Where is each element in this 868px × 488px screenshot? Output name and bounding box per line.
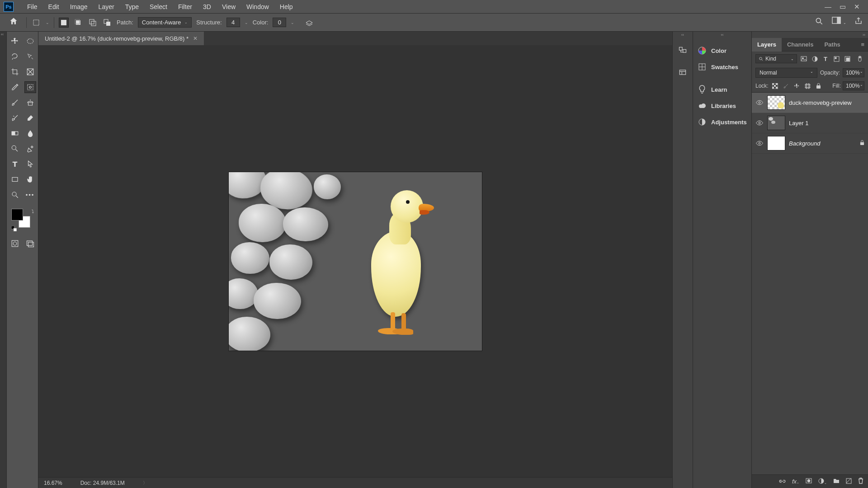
menu-layer[interactable]: Layer (93, 0, 120, 13)
libraries-panel-button[interactable]: Libraries (693, 98, 751, 114)
adjustment-layer-icon[interactable]: ⌄ (818, 478, 827, 485)
layer-thumbnail[interactable] (767, 136, 785, 150)
zoom-level[interactable]: 16.67% (44, 480, 62, 486)
home-button[interactable] (5, 15, 22, 30)
quick-mask-icon[interactable] (9, 238, 21, 249)
lock-artboard-icon[interactable] (804, 82, 812, 90)
adjustments-panel-button[interactable]: Adjustments (693, 114, 751, 130)
filter-kind-dropdown[interactable]: Kind⌄ (755, 54, 797, 63)
tab-layers[interactable]: Layers (752, 38, 782, 52)
filter-type-icon[interactable]: T (821, 55, 830, 63)
tab-channels[interactable]: Channels (782, 38, 819, 52)
color-chevron-icon[interactable]: ⌄ (291, 20, 294, 25)
frame-tool[interactable] (24, 66, 36, 78)
clone-stamp-tool[interactable] (24, 97, 36, 108)
source-mode-icon[interactable] (59, 18, 69, 28)
status-menu-icon[interactable]: 〉 (143, 480, 147, 486)
new-layer-icon[interactable] (846, 478, 852, 485)
edit-toolbar[interactable]: ••• (24, 189, 36, 201)
brush-tool[interactable] (9, 97, 21, 108)
menu-image[interactable]: Image (65, 0, 93, 13)
visibility-toggle[interactable] (755, 99, 764, 107)
filter-shape-icon[interactable] (832, 55, 840, 63)
patch-tool-icon[interactable] (31, 18, 41, 28)
lasso-tool[interactable] (9, 51, 21, 62)
layer-row[interactable]: Background (752, 133, 868, 154)
fill-input[interactable]: 100%⌄ (843, 81, 864, 90)
menu-3d[interactable]: 3D (198, 0, 217, 13)
eyedropper-tool[interactable] (9, 81, 21, 93)
tab-paths[interactable]: Paths (819, 38, 845, 52)
delete-layer-icon[interactable] (858, 478, 863, 485)
menu-help[interactable]: Help (274, 0, 298, 13)
menu-view[interactable]: View (217, 0, 241, 13)
maximize-icon[interactable]: ▭ (840, 3, 846, 11)
blur-tool[interactable] (24, 127, 36, 139)
patch-tool[interactable] (24, 81, 36, 93)
patch-mode-dropdown[interactable]: Content-Aware⌄ (138, 17, 192, 28)
layer-name[interactable]: Layer 1 (789, 120, 808, 127)
visibility-toggle[interactable] (755, 139, 764, 147)
menu-filter[interactable]: Filter (173, 0, 198, 13)
marquee-tool[interactable] (24, 35, 36, 47)
structure-chevron-icon[interactable]: ⌄ (245, 20, 248, 25)
menu-type[interactable]: Type (120, 0, 144, 13)
layer-thumbnail[interactable] (767, 95, 785, 110)
lock-all-icon[interactable] (815, 82, 823, 90)
eraser-tool[interactable] (24, 112, 36, 124)
quick-select-tool[interactable] (24, 51, 36, 62)
tool-preset-chevron-icon[interactable]: ⌄ (46, 20, 49, 25)
blend-mode-dropdown[interactable]: Normal⌄ (755, 68, 817, 78)
close-tab-icon[interactable]: ✕ (193, 35, 198, 42)
properties-dock-icon[interactable] (676, 67, 689, 78)
crop-tool[interactable] (9, 66, 21, 78)
layer-row[interactable]: Layer 1 (752, 113, 868, 133)
visibility-toggle[interactable] (755, 119, 764, 127)
screen-mode-tool-icon[interactable] (24, 238, 36, 249)
lock-pixels-icon[interactable] (782, 82, 790, 90)
menu-file[interactable]: File (22, 0, 43, 13)
filter-adjust-icon[interactable] (811, 55, 819, 63)
menu-edit[interactable]: Edit (43, 0, 65, 13)
expand-layers-icon[interactable]: ›› (752, 32, 868, 38)
type-tool[interactable] (9, 158, 21, 170)
color-input[interactable]: 0 (273, 18, 286, 27)
menu-window[interactable]: Window (241, 0, 274, 13)
filter-smart-icon[interactable] (843, 55, 851, 63)
intersect-mode-icon[interactable] (88, 18, 98, 28)
layer-name[interactable]: Background (789, 140, 820, 147)
layer-mask-icon[interactable] (806, 478, 812, 485)
default-colors-icon[interactable] (11, 226, 17, 231)
filter-pixel-icon[interactable] (800, 55, 808, 63)
screen-mode-icon[interactable]: ⌄ (832, 17, 846, 28)
layer-thumbnail[interactable] (767, 116, 785, 130)
hand-tool[interactable] (24, 174, 36, 185)
minimize-icon[interactable]: ― (825, 3, 831, 11)
link-layers-icon[interactable] (779, 478, 786, 485)
close-icon[interactable]: ✕ (854, 3, 860, 11)
swap-colors-icon[interactable]: ⤵ (32, 209, 34, 214)
color-panel-button[interactable]: Color (693, 42, 751, 59)
zoom-tool[interactable] (9, 189, 21, 201)
history-brush-tool[interactable] (9, 112, 21, 124)
filter-toggle-icon[interactable] (856, 55, 864, 63)
layer-style-icon[interactable]: fx⌄ (792, 478, 799, 485)
sample-all-layers-icon[interactable] (304, 18, 314, 28)
share-icon[interactable] (854, 17, 863, 28)
swatches-panel-button[interactable]: Swatches (693, 59, 751, 75)
learn-panel-button[interactable]: Learn (693, 81, 751, 98)
subtract-mode-icon[interactable] (102, 18, 112, 28)
menu-select[interactable]: Select (144, 0, 173, 13)
lock-transparent-icon[interactable] (771, 82, 779, 90)
layer-row[interactable]: duck-removebg-preview (752, 93, 868, 113)
structure-input[interactable]: 4 (226, 18, 240, 27)
destination-mode-icon[interactable] (73, 18, 83, 28)
rectangle-tool[interactable] (9, 174, 21, 185)
expand-dock1-icon[interactable]: ‹‹ (681, 33, 684, 37)
collapse-left-icon[interactable]: ‹‹ (1, 32, 4, 37)
dodge-tool[interactable] (9, 143, 21, 155)
opacity-input[interactable]: 100%⌄ (843, 68, 864, 77)
pen-tool[interactable] (24, 143, 36, 155)
foreground-color[interactable] (11, 209, 23, 221)
history-dock-icon[interactable] (676, 45, 689, 56)
